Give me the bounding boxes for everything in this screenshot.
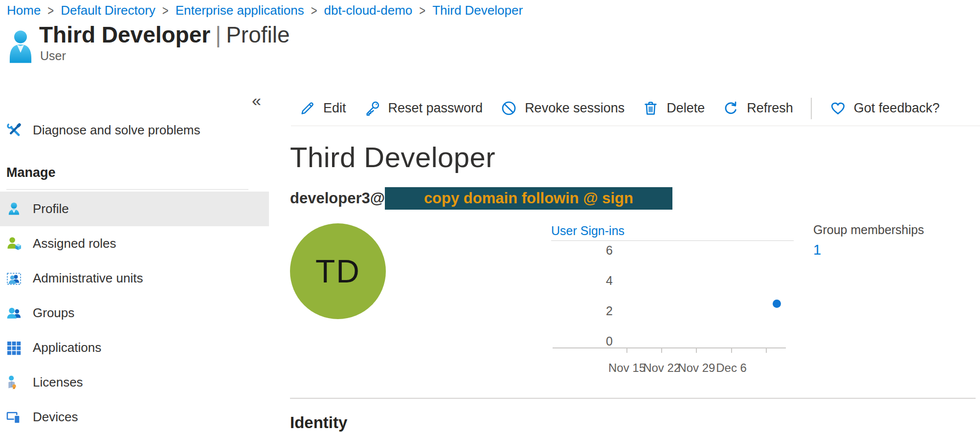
group-memberships: Group memberships 1: [813, 223, 924, 258]
person-icon: [6, 201, 22, 216]
revoke-sessions-button[interactable]: Revoke sessions: [500, 100, 624, 117]
chart-y-tick-label: 0: [551, 333, 613, 349]
reset-password-button[interactable]: Reset password: [364, 100, 483, 117]
chart-x-tick: [696, 348, 697, 353]
section-divider: [290, 398, 976, 399]
edit-button[interactable]: Edit: [299, 100, 346, 117]
group-memberships-label: Group memberships: [813, 223, 924, 237]
sidebar-item-licenses[interactable]: Licenses: [0, 365, 269, 400]
sidebar-item-label: Profile: [33, 201, 69, 216]
sidebar-item-profile[interactable]: Profile: [0, 192, 269, 226]
devices-icon: [6, 410, 22, 425]
sidebar-item-diagnose[interactable]: Diagnose and solve problems: [0, 114, 269, 146]
breadcrumb-home[interactable]: Home: [7, 3, 41, 18]
refresh-icon: [722, 100, 739, 117]
command-bar: Edit Reset password Revoke sessions: [291, 91, 980, 126]
toolbar-divider: [811, 98, 812, 119]
chart-y-tick-label: 4: [551, 273, 613, 288]
sidebar-item-assigned-roles[interactable]: Assigned roles: [0, 226, 269, 261]
sidebar-section-divider: [6, 189, 248, 190]
chart-x-tick: [661, 348, 662, 353]
trash-icon: [642, 100, 659, 117]
chart-y-tick-label: 6: [551, 242, 613, 258]
sidebar-section-header: Manage: [6, 165, 56, 180]
upn-row: developer3@ copy domain followin @ sign: [290, 186, 672, 211]
chart-x-axis: [553, 347, 786, 348]
admin-units-icon: [6, 271, 22, 286]
breadcrumb-separator: >: [419, 2, 425, 19]
sidebar-item-groups[interactable]: Groups: [0, 296, 269, 330]
group-memberships-count-link[interactable]: 1: [813, 242, 924, 258]
pencil-icon: [299, 100, 316, 117]
grid-icon: [6, 340, 22, 355]
page-title-section: Profile: [226, 22, 290, 47]
breadcrumb-third-developer[interactable]: Third Developer: [432, 3, 523, 18]
identity-section-heading: Identity: [290, 413, 347, 432]
redaction-annotation-text: copy domain followin @ sign: [424, 190, 633, 207]
user-signins-chart: User Sign-ins 0246Nov 15Nov 22Nov 29Dec …: [551, 224, 794, 377]
groups-icon: [6, 305, 22, 321]
sidebar-item-label: Assigned roles: [33, 236, 116, 251]
breadcrumb: Home > Default Directory > Enterprise ap…: [7, 3, 523, 18]
page-title: Third Developer|Profile: [39, 22, 290, 48]
sidebar-item-label: Diagnose and solve problems: [33, 123, 200, 138]
breadcrumb-separator: >: [311, 2, 317, 19]
chart-x-tick-label: Dec 6: [705, 361, 758, 375]
sidebar-item-label: Applications: [33, 340, 101, 355]
upn-prefix: developer3@: [290, 190, 385, 207]
chart-x-tick: [766, 348, 767, 353]
sidebar-item-devices[interactable]: Devices: [0, 400, 269, 432]
sidebar-item-label: Licenses: [33, 375, 83, 390]
toolbar-label: Revoke sessions: [525, 101, 624, 116]
toolbar-label: Refresh: [747, 101, 793, 116]
display-name-heading: Third Developer: [290, 141, 495, 173]
breadcrumb-dbt-cloud-demo[interactable]: dbt-cloud-demo: [324, 3, 413, 18]
breadcrumb-separator: >: [47, 2, 54, 19]
chart-title: User Sign-ins: [551, 224, 794, 241]
object-type-label: User: [40, 49, 66, 63]
avatar-initials: TD: [315, 253, 360, 290]
user-avatar-icon: [8, 29, 33, 64]
avatar: TD: [290, 223, 386, 319]
sidebar-item-label: Devices: [33, 410, 78, 425]
page-title-pipe: |: [210, 22, 226, 47]
azure-user-profile-page: Home > Default Directory > Enterprise ap…: [0, 0, 980, 432]
page-title-name: Third Developer: [39, 22, 210, 47]
chart-x-tick: [731, 348, 732, 353]
chart-data-point: [773, 300, 781, 308]
domain-redaction-overlay: copy domain followin @ sign: [385, 187, 672, 210]
key-icon: [364, 100, 381, 117]
sidebar-item-administrative-units[interactable]: Administrative units: [0, 261, 269, 296]
heart-icon: [829, 100, 846, 117]
sidebar-item-applications[interactable]: Applications: [0, 330, 269, 365]
breadcrumb-separator: >: [162, 2, 169, 19]
delete-button[interactable]: Delete: [642, 100, 705, 117]
breadcrumb-default-directory[interactable]: Default Directory: [61, 3, 156, 18]
tools-icon: [6, 123, 22, 138]
person-role-icon: [6, 236, 22, 251]
refresh-button[interactable]: Refresh: [722, 100, 793, 117]
sidebar-item-label: Administrative units: [33, 271, 143, 286]
toolbar-label: Reset password: [388, 101, 483, 116]
toolbar-label: Delete: [667, 101, 705, 116]
sidebar-item-label: Groups: [33, 305, 74, 321]
toolbar-label: Got feedback?: [854, 101, 940, 116]
got-feedback-button[interactable]: Got feedback?: [829, 100, 940, 117]
toolbar-label: Edit: [323, 101, 346, 116]
breadcrumb-enterprise-applications[interactable]: Enterprise applications: [176, 3, 304, 18]
sidebar: « Diagnose and solve problems Manage: [0, 68, 269, 432]
sidebar-nav-list: Profile Assigned roles: [0, 192, 269, 432]
chart-y-tick-label: 2: [551, 303, 613, 319]
chart-x-tick: [626, 348, 627, 353]
signin-chart-canvas: 0246Nov 15Nov 22Nov 29Dec 6: [551, 241, 794, 377]
block-icon: [500, 100, 517, 117]
sidebar-collapse-button[interactable]: «: [252, 92, 261, 108]
license-icon: [6, 375, 22, 390]
